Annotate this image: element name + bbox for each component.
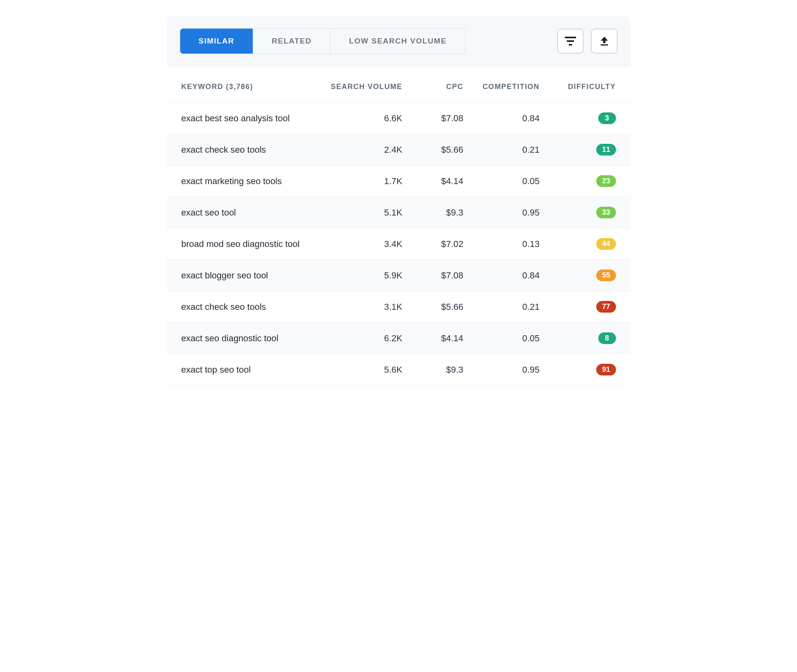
difficulty-cell: 3 bbox=[539, 112, 616, 124]
table-row[interactable]: exact marketing seo tools1.7K$4.140.0523 bbox=[167, 166, 631, 197]
table-body: exact best seo analysis tool6.6K$7.080.8… bbox=[167, 103, 631, 386]
table-row[interactable]: exact seo tool5.1K$9.30.9533 bbox=[167, 197, 631, 228]
cpc-cell: $5.66 bbox=[402, 302, 463, 312]
difficulty-badge: 3 bbox=[598, 112, 616, 124]
keyword-cell: broad mod seo diagnostic tool bbox=[181, 239, 326, 249]
difficulty-badge: 77 bbox=[596, 301, 616, 313]
cpc-cell: $9.3 bbox=[402, 207, 463, 218]
cpc-cell: $9.3 bbox=[402, 365, 463, 375]
difficulty-badge: 55 bbox=[596, 270, 616, 281]
toolbar-actions bbox=[557, 29, 618, 54]
tab-similar[interactable]: SIMILAR bbox=[180, 29, 253, 54]
keyword-cell: exact seo diagnostic tool bbox=[181, 333, 326, 344]
competition-cell: 0.21 bbox=[463, 302, 539, 312]
competition-cell: 0.84 bbox=[463, 113, 539, 124]
keyword-cell: exact best seo analysis tool bbox=[181, 113, 326, 124]
difficulty-badge: 33 bbox=[596, 207, 616, 218]
table-row[interactable]: exact check seo tools3.1K$5.660.2177 bbox=[167, 291, 631, 323]
tab-group: SIMILAR RELATED LOW SEARCH VOLUME bbox=[180, 28, 466, 54]
table-row[interactable]: exact check seo tools2.4K$5.660.2111 bbox=[167, 134, 631, 166]
cpc-cell: $4.14 bbox=[402, 176, 463, 187]
svg-rect-3 bbox=[601, 44, 608, 46]
search-volume-cell: 3.4K bbox=[326, 239, 402, 249]
competition-cell: 0.05 bbox=[463, 333, 539, 344]
col-competition[interactable]: COMPETITION bbox=[463, 83, 539, 91]
keyword-cell: exact blogger seo tool bbox=[181, 270, 326, 281]
keyword-cell: exact check seo tools bbox=[181, 145, 326, 155]
keyword-cell: exact seo tool bbox=[181, 207, 326, 218]
search-volume-cell: 5.1K bbox=[326, 207, 402, 218]
competition-cell: 0.95 bbox=[463, 207, 539, 218]
keyword-cell: exact check seo tools bbox=[181, 302, 326, 312]
tab-low-search-volume[interactable]: LOW SEARCH VOLUME bbox=[330, 29, 465, 54]
filter-icon bbox=[565, 37, 576, 46]
difficulty-cell: 8 bbox=[539, 332, 616, 344]
svg-rect-1 bbox=[567, 40, 574, 42]
difficulty-cell: 33 bbox=[539, 207, 616, 218]
keyword-cell: exact marketing seo tools bbox=[181, 176, 326, 187]
keyword-cell: exact top seo tool bbox=[181, 365, 326, 375]
difficulty-cell: 23 bbox=[539, 175, 616, 187]
col-search-volume[interactable]: SEARCH VOLUME bbox=[326, 83, 402, 91]
competition-cell: 0.13 bbox=[463, 239, 539, 249]
search-volume-cell: 6.6K bbox=[326, 113, 402, 124]
tab-related[interactable]: RELATED bbox=[253, 29, 330, 54]
difficulty-cell: 11 bbox=[539, 144, 616, 156]
filter-button[interactable] bbox=[557, 29, 584, 54]
search-volume-cell: 5.6K bbox=[326, 365, 402, 375]
difficulty-badge: 44 bbox=[596, 238, 616, 250]
cpc-cell: $7.02 bbox=[402, 239, 463, 249]
toolbar: SIMILAR RELATED LOW SEARCH VOLUME bbox=[167, 16, 631, 66]
svg-rect-2 bbox=[569, 44, 572, 46]
difficulty-cell: 77 bbox=[539, 301, 616, 313]
col-cpc[interactable]: CPC bbox=[402, 83, 463, 91]
table-row[interactable]: exact seo diagnostic tool6.2K$4.140.058 bbox=[167, 323, 631, 354]
difficulty-badge: 11 bbox=[596, 144, 616, 156]
svg-rect-0 bbox=[565, 37, 576, 38]
col-keyword[interactable]: KEYWORD (3,786) bbox=[181, 83, 326, 91]
competition-cell: 0.05 bbox=[463, 176, 539, 187]
difficulty-cell: 44 bbox=[539, 238, 616, 250]
table-row[interactable]: exact blogger seo tool5.9K$7.080.8455 bbox=[167, 260, 631, 291]
search-volume-cell: 1.7K bbox=[326, 176, 402, 187]
upload-icon bbox=[599, 36, 610, 46]
table-row[interactable]: exact best seo analysis tool6.6K$7.080.8… bbox=[167, 103, 631, 134]
col-difficulty[interactable]: DIFFICULTY bbox=[539, 83, 616, 91]
difficulty-badge: 23 bbox=[596, 175, 616, 187]
difficulty-cell: 91 bbox=[539, 364, 616, 375]
competition-cell: 0.95 bbox=[463, 365, 539, 375]
search-volume-cell: 2.4K bbox=[326, 145, 402, 155]
table-header: KEYWORD (3,786) SEARCH VOLUME CPC COMPET… bbox=[167, 66, 631, 103]
export-button[interactable] bbox=[591, 29, 618, 54]
table-row[interactable]: broad mod seo diagnostic tool3.4K$7.020.… bbox=[167, 228, 631, 260]
cpc-cell: $7.08 bbox=[402, 270, 463, 281]
difficulty-badge: 8 bbox=[598, 332, 616, 344]
table-row[interactable]: exact top seo tool5.6K$9.30.9591 bbox=[167, 354, 631, 386]
difficulty-cell: 55 bbox=[539, 270, 616, 281]
difficulty-badge: 91 bbox=[596, 364, 616, 375]
keyword-panel: SIMILAR RELATED LOW SEARCH VOLUME KEYWOR… bbox=[167, 16, 631, 386]
competition-cell: 0.84 bbox=[463, 270, 539, 281]
search-volume-cell: 6.2K bbox=[326, 333, 402, 344]
search-volume-cell: 3.1K bbox=[326, 302, 402, 312]
cpc-cell: $5.66 bbox=[402, 145, 463, 155]
competition-cell: 0.21 bbox=[463, 145, 539, 155]
search-volume-cell: 5.9K bbox=[326, 270, 402, 281]
cpc-cell: $4.14 bbox=[402, 333, 463, 344]
cpc-cell: $7.08 bbox=[402, 113, 463, 124]
